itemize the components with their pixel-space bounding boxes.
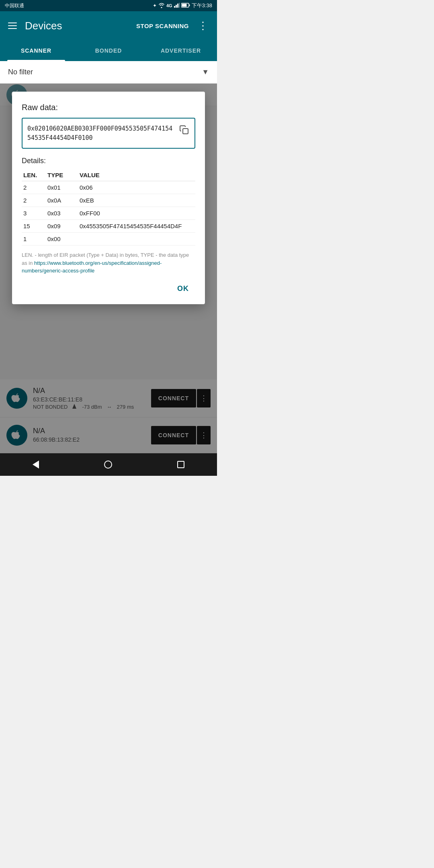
svg-rect-5 — [182, 4, 186, 6]
info-text: LEN. - length of EIR packet (Type + Data… — [22, 251, 195, 275]
modal-overlay: Raw data: 0x020106020AEB0303FF000F094553… — [0, 84, 217, 453]
battery-icon — [181, 3, 190, 9]
details-table: LEN. TYPE VALUE 20x010x0620x0A0xEB30x030… — [22, 169, 195, 246]
table-row-2: 30x030xFF00 — [22, 207, 195, 220]
page-title: Devices — [25, 20, 130, 32]
recent-apps-icon — [177, 461, 184, 468]
back-icon — [33, 461, 39, 469]
table-cell-type-2: 0x03 — [46, 207, 78, 220]
filter-bar[interactable]: No filter ▼ — [0, 61, 217, 84]
signal-bars-icon — [174, 3, 180, 9]
raw-data-container: 0x020106020AEB0303FF000F094553505F474154… — [22, 118, 195, 149]
copy-icon[interactable] — [178, 124, 190, 138]
tab-bonded[interactable]: BONDED — [72, 40, 145, 61]
carrier-text: 中国联通 — [5, 2, 24, 9]
status-icons: ✦ 4G 下午3:38 — [153, 2, 212, 9]
home-icon — [104, 461, 112, 469]
table-row-0: 20x010x06 — [22, 181, 195, 194]
home-button[interactable] — [94, 457, 122, 472]
details-label: Details: — [22, 157, 195, 165]
svg-rect-6 — [189, 4, 190, 6]
svg-rect-3 — [179, 3, 180, 8]
content-area: N/A 63:E3:CE:BE:11:E8 NOT BONDED -73 dBm… — [0, 84, 217, 453]
filter-dropdown-icon[interactable]: ▼ — [202, 68, 209, 76]
table-cell-len-1: 2 — [22, 194, 46, 207]
raw-data-value: 0x020106020AEB0303FF000F094553505F474154… — [27, 124, 174, 142]
col-header-value: VALUE — [78, 169, 195, 181]
svg-rect-8 — [183, 129, 188, 134]
table-cell-value-0: 0x06 — [78, 181, 195, 194]
table-cell-type-0: 0x01 — [46, 181, 78, 194]
svg-rect-1 — [176, 5, 177, 8]
ok-button[interactable]: OK — [171, 281, 195, 296]
tabs-bar: SCANNER BONDED ADVERTISER — [0, 40, 217, 61]
raw-data-modal: Raw data: 0x020106020AEB0303FF000F094553… — [12, 92, 205, 304]
modal-actions: OK — [22, 281, 195, 296]
back-button[interactable] — [23, 457, 49, 472]
col-header-len: LEN. — [22, 169, 46, 181]
table-cell-len-0: 2 — [22, 181, 46, 194]
svg-rect-2 — [177, 4, 178, 8]
table-cell-value-3: 0x4553505F47415454535F44454D4F — [78, 220, 195, 233]
wifi-icon — [158, 2, 165, 9]
svg-rect-0 — [174, 6, 175, 8]
bluetooth-icon: ✦ — [153, 3, 157, 8]
table-cell-type-4: 0x00 — [46, 233, 78, 246]
table-cell-len-4: 1 — [22, 233, 46, 246]
stop-scanning-button[interactable]: STOP SCANNING — [136, 23, 189, 29]
tab-advertiser[interactable]: ADVERTISER — [145, 40, 217, 61]
table-row-3: 150x090x4553505F47415454535F44454D4F — [22, 220, 195, 233]
time-text: 下午3:38 — [192, 2, 212, 9]
overflow-menu-icon[interactable]: ⋮ — [195, 18, 211, 34]
table-cell-value-4 — [78, 233, 195, 246]
recent-apps-button[interactable] — [168, 458, 194, 471]
filter-label: No filter — [8, 68, 33, 76]
raw-data-label: Raw data: — [22, 103, 195, 112]
tab-scanner[interactable]: SCANNER — [0, 40, 72, 61]
status-bar: 中国联通 ✦ 4G 下午3:38 — [0, 0, 217, 11]
table-cell-len-3: 15 — [22, 220, 46, 233]
info-link[interactable]: https://www.bluetooth.org/en-us/specific… — [22, 260, 162, 274]
menu-icon[interactable] — [6, 21, 18, 31]
table-cell-value-2: 0xFF00 — [78, 207, 195, 220]
app-bar: Devices STOP SCANNING ⋮ — [0, 11, 217, 40]
table-row-4: 10x00 — [22, 233, 195, 246]
table-cell-value-1: 0xEB — [78, 194, 195, 207]
network-icon: 4G — [166, 3, 172, 8]
table-cell-type-1: 0x0A — [46, 194, 78, 207]
table-cell-len-2: 3 — [22, 207, 46, 220]
table-cell-type-3: 0x09 — [46, 220, 78, 233]
table-row-1: 20x0A0xEB — [22, 194, 195, 207]
nav-bar — [0, 453, 217, 476]
col-header-type: TYPE — [46, 169, 78, 181]
